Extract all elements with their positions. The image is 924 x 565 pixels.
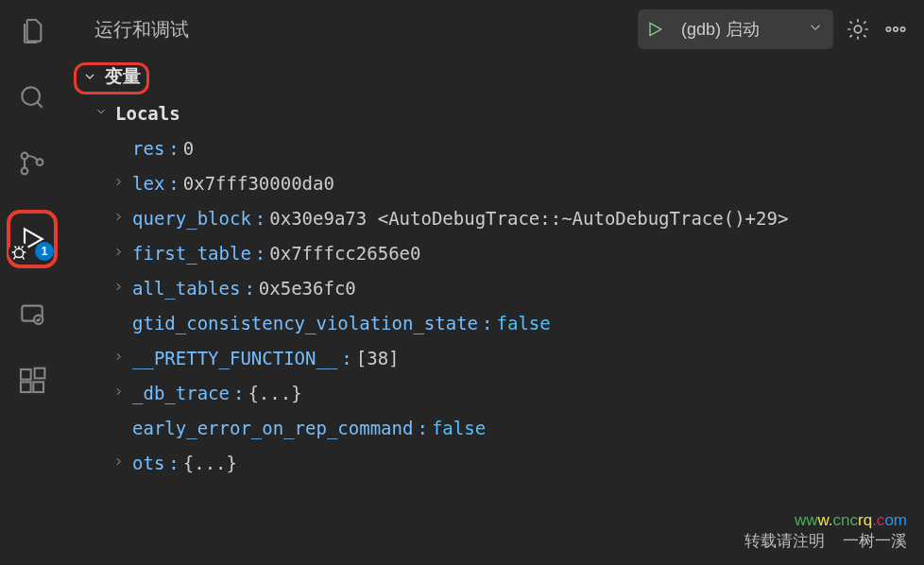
- svg-point-12: [886, 27, 890, 31]
- debug-badge: 1: [35, 242, 54, 261]
- debug-activity-highlight: 1: [7, 210, 58, 268]
- panel-title: 运行和调试: [83, 17, 626, 43]
- search-icon[interactable]: [12, 77, 52, 117]
- variable-value: {...}: [248, 376, 301, 411]
- chevron-right-icon: [108, 380, 128, 407]
- extensions-icon[interactable]: [12, 361, 52, 401]
- variable-name: gtid_consistency_violation_state: [132, 306, 478, 341]
- debug-config-name: (gdb) 启动: [677, 18, 794, 41]
- debug-sidebar: 运行和调试 (gdb) 启动 变量: [64, 0, 924, 565]
- variable-row[interactable]: _db_trace: {...}: [70, 376, 924, 411]
- variable-name: ots: [132, 446, 164, 481]
- svg-rect-8: [21, 382, 31, 392]
- variable-row[interactable]: early_error_on_rep_command: false: [70, 411, 924, 446]
- locals-scope[interactable]: Locals: [70, 96, 924, 131]
- variable-name: first_table: [132, 236, 251, 271]
- svg-point-14: [900, 27, 904, 31]
- variables-label: 变量: [105, 64, 141, 89]
- variable-row[interactable]: gtid_consistency_violation_state: false: [70, 306, 924, 341]
- variable-row[interactable]: __PRETTY_FUNCTION__: [38]: [70, 341, 924, 376]
- svg-point-1: [22, 153, 28, 160]
- variable-name: early_error_on_rep_command: [132, 411, 413, 446]
- chevron-down-icon: [91, 100, 111, 128]
- svg-rect-7: [21, 369, 31, 380]
- svg-point-2: [22, 168, 28, 175]
- svg-point-0: [22, 87, 40, 105]
- variable-row[interactable]: first_table: 0x7fffcc2656e0: [70, 236, 924, 271]
- variable-value: [38]: [356, 341, 400, 376]
- variable-value: 0: [183, 131, 194, 166]
- locals-label: Locals: [115, 96, 180, 131]
- svg-point-4: [14, 248, 23, 257]
- watermark: www.cncrq.com 转载请注明 一树一溪: [744, 510, 907, 552]
- variable-value: 0x30e9a73 <AutoDebugTrace::~AutoDebugTra…: [269, 201, 788, 236]
- variable-name: _db_trace: [132, 376, 230, 411]
- run-debug-icon[interactable]: 1: [12, 219, 52, 259]
- variable-row[interactable]: query_block: 0x30e9a73 <AutoDebugTrace::…: [70, 201, 924, 236]
- svg-point-11: [854, 26, 862, 33]
- remote-icon[interactable]: [12, 295, 52, 334]
- more-icon[interactable]: [882, 16, 909, 43]
- chevron-down-icon[interactable]: [807, 19, 824, 41]
- variable-row[interactable]: lex: 0x7fff30000da0: [70, 166, 924, 201]
- variable-value: false: [432, 411, 486, 446]
- variable-name: res: [132, 131, 164, 166]
- svg-rect-10: [35, 368, 45, 379]
- svg-rect-9: [33, 382, 43, 392]
- variable-name: query_block: [132, 201, 251, 236]
- variable-row[interactable]: res: 0: [70, 131, 924, 166]
- variable-row[interactable]: all_tables: 0x5e36fc0: [70, 271, 924, 306]
- variable-value: 0x7fff30000da0: [183, 166, 334, 201]
- variable-value: 0x7fffcc2656e0: [269, 236, 420, 271]
- variable-value: false: [497, 306, 551, 341]
- explorer-icon[interactable]: [12, 11, 52, 51]
- chevron-right-icon: [108, 205, 128, 232]
- variable-name: lex: [132, 166, 164, 201]
- svg-point-13: [894, 27, 898, 31]
- variables-section-header[interactable]: 变量: [82, 64, 141, 89]
- variable-value: 0x5e36fc0: [259, 271, 356, 306]
- chevron-right-icon: [108, 240, 128, 267]
- chevron-right-icon: [108, 170, 128, 197]
- chevron-down-icon: [82, 69, 97, 84]
- activity-bar: 1: [0, 0, 64, 565]
- source-control-icon[interactable]: [12, 144, 52, 183]
- variables-tree: Locals res: 0lex: 0x7fff30000da0query_bl…: [64, 96, 924, 482]
- variable-name: __PRETTY_FUNCTION__: [132, 341, 337, 376]
- chevron-right-icon: [108, 450, 128, 477]
- chevron-right-icon: [108, 275, 128, 302]
- variables-highlight: 变量: [74, 62, 149, 94]
- debug-header: 运行和调试 (gdb) 启动: [64, 0, 924, 59]
- variable-value: {...}: [183, 446, 237, 481]
- gear-icon[interactable]: [845, 16, 871, 43]
- debug-config-selector[interactable]: (gdb) 启动: [638, 9, 833, 49]
- variable-row[interactable]: ots: {...}: [70, 446, 924, 481]
- variable-name: all_tables: [132, 271, 240, 306]
- chevron-right-icon: [108, 345, 128, 372]
- start-debug-icon[interactable]: [645, 20, 664, 39]
- variables-section-row: 变量: [64, 59, 924, 96]
